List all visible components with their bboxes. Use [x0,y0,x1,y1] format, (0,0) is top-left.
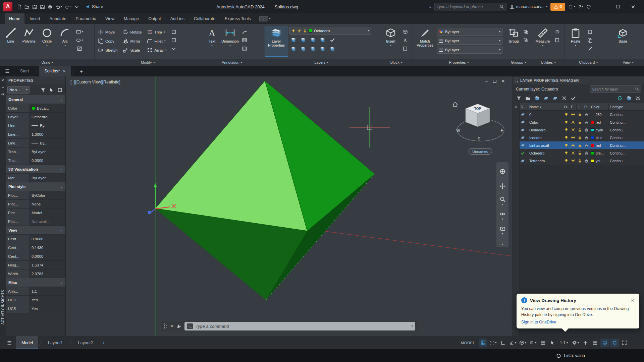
palette-close-icon[interactable] [1,78,5,82]
property-value[interactable]: Yes [29,304,65,313]
status-fullscreen-button[interactable] [620,339,629,347]
panel-label-groups[interactable]: Groups▾ [505,59,532,66]
layer-row-cubo[interactable]: CuboredContinu... [520,118,644,126]
rect-button[interactable]: ▾ [75,28,84,36]
scale-button[interactable]: Scale [121,46,143,54]
property-value[interactable]: 2.0783 [29,269,65,278]
move-button[interactable]: Move [96,28,119,36]
help-button[interactable]: ? ▾ [578,4,583,9]
define-attributes-button[interactable] [401,37,409,44]
property-value[interactable]: Yes [29,296,65,304]
app-store-button[interactable]: ▾ [568,4,575,9]
command-close-icon[interactable]: ✕ [170,324,173,328]
layer-freeze-toggle[interactable] [570,118,577,126]
layer-freeze-toggle[interactable] [570,111,577,118]
column-header-color[interactable]: Color [590,103,609,110]
new-button[interactable] [16,2,23,11]
property-value[interactable]: ByLa... [29,104,65,112]
navbar-more-icon[interactable]: ▾ [502,243,503,246]
ribbon-tab-insert[interactable]: Insert [25,13,44,24]
sign-in-onedrive-link[interactable]: Sign in to OneDrive [521,320,556,324]
layer-linetype-cell[interactable]: Continu... [609,118,644,126]
ribbon-tab-output[interactable]: Output [144,13,165,24]
alert-badge[interactable]: 0 [550,3,565,11]
set-current-button[interactable] [570,95,577,102]
tab-layout2[interactable]: Layout2 [73,336,98,349]
base-view-button[interactable]: Base [614,26,632,57]
layer-on-toggle[interactable] [563,111,570,118]
layer-on-toggle[interactable] [563,141,570,149]
property-value[interactable]: 1.5374 [29,261,65,269]
explode-button[interactable] [170,37,178,44]
status-scale-button[interactable]: 1:1▾ [558,341,570,345]
section-misc[interactable]: Misc⌄ [6,278,65,287]
column-header-p[interactable]: P.. [583,103,590,110]
rotate-button[interactable]: Rotate [121,28,143,36]
match-layer-button[interactable] [299,45,307,53]
section-general[interactable]: General⌄ [6,95,65,104]
new-layer-button[interactable] [542,95,550,102]
notification-close-icon[interactable] [631,299,635,302]
panel-label-modify[interactable]: Modify▾ [95,59,201,66]
command-line-grip[interactable] [164,323,167,329]
layer-lock-toggle[interactable] [577,141,583,149]
layer-on-toggle[interactable] [563,118,570,126]
layer-row-icoedro[interactable]: IcoedroblueContinu... [520,134,644,141]
mirror-button[interactable]: Mirror [121,37,143,45]
layer-search-input[interactable] [592,87,635,91]
layer-plot-toggle[interactable] [583,111,590,118]
property-value[interactable]: ByColor [29,191,65,199]
layer-lock-toggle[interactable] [577,157,583,165]
ribbon-tab-manage[interactable]: Manage [119,13,143,24]
ribbon-display-toggle[interactable]: ▪▪ ▾ [259,13,271,24]
layer-linetype-cell[interactable]: Continu... [609,141,644,149]
minimize-button[interactable] [595,0,610,13]
undo-button[interactable]: ▾ [54,2,63,11]
selection-type-dropdown[interactable]: No s...▾ [7,86,30,94]
ribbon-tab-express-tools[interactable]: Express Tools [220,13,255,24]
viewcube-home-icon[interactable] [453,102,458,107]
layer-plot-toggle[interactable] [583,134,590,141]
viewcube[interactable]: W S E TOP [453,102,504,141]
property-value[interactable]: By... [29,139,65,147]
ribbon-object-color-dropdown[interactable]: ByLayer▾ [437,28,502,36]
property-value[interactable]: 0.0000 [29,252,65,260]
annotation-dimension-button[interactable]: Dimension▾ [221,26,239,57]
id-point-button[interactable] [553,28,561,36]
panel-label-layers[interactable]: Layers▾ [263,59,380,66]
ribbon-tab-add-ins[interactable]: Add-ins [166,13,189,24]
property-value[interactable]: 0.0000 [29,156,65,165]
tab-layout1[interactable]: Layout1 [43,336,68,349]
layer-plot-toggle[interactable] [583,157,590,165]
panel-label-view[interactable]: View▾ [612,59,644,66]
compass-south[interactable]: S [478,137,480,141]
taskbar-status[interactable]: Lista: vazia [556,353,585,358]
table-button[interactable] [240,37,249,44]
layer-freeze-toggle[interactable] [570,149,577,157]
layer-row-linhas-auxil[interactable]: Linhas auxilredContinu... [520,141,644,149]
layer-freeze-toggle[interactable] [570,126,577,134]
array-button[interactable]: Array▾ [145,46,168,54]
panel-label-draw[interactable]: Draw▾ [0,59,94,66]
property-value[interactable]: ByLayer [29,174,65,182]
motion-button[interactable]: ▾ [496,223,508,238]
search-collapse-icon[interactable]: ▸ [430,5,431,9]
status-sync-button[interactable] [610,339,619,347]
viewport-controls-label[interactable]: [−][Custom View][Realistic] [70,80,120,84]
layer-color-cell[interactable]: 250 [590,111,609,118]
make-current-button[interactable] [328,36,336,44]
column-header-linetype[interactable]: Linetype [609,103,644,110]
match-properties-button[interactable]: Match Properties [415,26,435,57]
layer-on-toggle[interactable] [563,149,570,157]
fillet-button[interactable]: Fillet▾ [145,37,168,45]
ribbon-linetype-dropdown[interactable]: ByLayer▾ [437,46,502,54]
viewport-minimize-icon[interactable] [485,81,488,81]
layer-plot-toggle[interactable] [583,126,590,134]
layer-color-cell[interactable]: blue [590,134,609,141]
palette-autohide-icon[interactable] [1,85,5,89]
layer-on-toggle[interactable] [563,134,570,141]
search-icon[interactable] [635,87,639,91]
layer-row-octaedro[interactable]: Octaedrogre...Continu... [520,149,644,157]
column-header-o[interactable]: O.. [563,103,570,110]
draw-line-button[interactable]: Line [2,26,20,57]
